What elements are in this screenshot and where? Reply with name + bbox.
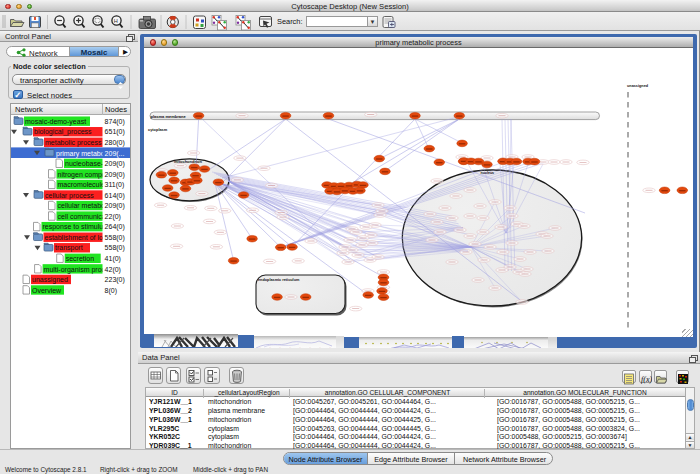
svg-text:311(0): 311(0)	[105, 181, 125, 189]
svg-text:macromolecule: macromolecule	[58, 181, 106, 188]
svg-text:f(x): f(x)	[641, 375, 652, 384]
svg-text:establishment of loc: establishment of loc	[45, 234, 107, 241]
svg-text:8(0): 8(0)	[105, 287, 117, 295]
svg-text:874(0): 874(0)	[105, 118, 125, 126]
svg-text:unassigned: unassigned	[627, 84, 649, 88]
svg-text:558(0): 558(0)	[105, 244, 125, 252]
svg-text:endoplasmic reticulum: endoplasmic reticulum	[258, 278, 300, 282]
svg-text:biological_process: biological_process	[34, 128, 92, 136]
svg-text:41(0): 41(0)	[105, 255, 121, 263]
svg-text:metabolic process: metabolic process	[45, 139, 102, 147]
svg-text:651(0): 651(0)	[105, 128, 125, 136]
svg-text:nitrogen compou: nitrogen compou	[58, 171, 110, 179]
svg-text:transport: transport	[55, 244, 83, 252]
svg-text:22(0): 22(0)	[105, 213, 121, 221]
svg-text:secretion: secretion	[66, 255, 95, 262]
svg-text:multi-organism proc: multi-organism proc	[44, 266, 106, 274]
svg-text:209(...: 209(...	[105, 150, 125, 158]
svg-text:209(0): 209(0)	[105, 171, 125, 179]
svg-text:42(0): 42(0)	[105, 266, 121, 274]
svg-text:cellular process: cellular process	[45, 192, 94, 200]
svg-text:558(0): 558(0)	[105, 234, 125, 242]
svg-text:Overview: Overview	[32, 287, 62, 294]
svg-text:mosaic-demo-yeast: mosaic-demo-yeast	[25, 118, 86, 126]
svg-text:nucleus: nucleus	[481, 171, 495, 175]
svg-text:response to stimulu: response to stimulu	[43, 223, 104, 231]
svg-text:614(0): 614(0)	[105, 192, 125, 200]
svg-text:unassigned: unassigned	[32, 276, 68, 284]
svg-text:280(0): 280(0)	[105, 139, 125, 147]
svg-text:H: H	[114, 18, 118, 24]
svg-text:cytoplasm: cytoplasm	[148, 127, 168, 132]
svg-text:264(0): 264(0)	[105, 223, 125, 231]
svg-text:223(0): 223(0)	[105, 276, 125, 284]
svg-text:209(0): 209(0)	[105, 160, 125, 168]
svg-text:plasma membrane: plasma membrane	[151, 114, 187, 119]
svg-text:mitochondrion: mitochondrion	[174, 159, 203, 164]
svg-text:209(0): 209(0)	[105, 202, 125, 210]
svg-text:cellular metabol: cellular metabol	[58, 202, 107, 209]
svg-text:cell communicati: cell communicati	[58, 213, 110, 220]
svg-text:primary metabo: primary metabo	[56, 150, 105, 158]
